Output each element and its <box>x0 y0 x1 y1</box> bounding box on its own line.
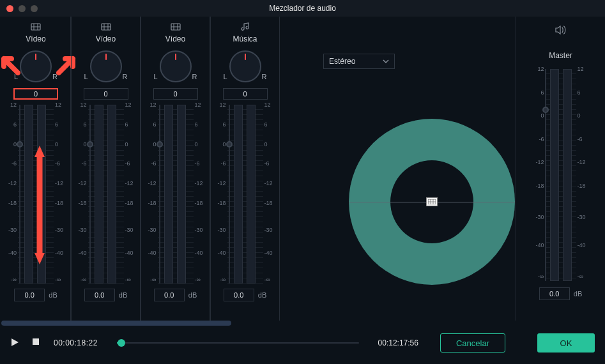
gain-value-field[interactable]: 0.0 <box>154 289 185 301</box>
gain-unit: dB <box>49 291 57 299</box>
fader-area: 1260-6-12-18-30-40-∞1260-6-12-18-30-40-∞ <box>211 105 279 284</box>
video-icon <box>30 20 42 33</box>
channel-meter <box>158 105 194 284</box>
channel-strip: VídeoLR01260-6-12-18-30-40-∞1260-6-12-18… <box>141 17 210 321</box>
fader-scale-left: 1260-6-12-18-30-40-∞ <box>144 105 158 284</box>
fader-scale-right: 1260-6-12-18-30-40-∞ <box>124 105 138 284</box>
channel-strip: MúsicaLR01260-6-12-18-30-40-∞1260-6-12-1… <box>210 17 280 321</box>
master-fader-handle[interactable] <box>542 107 549 113</box>
pan-knob[interactable]: LR <box>227 49 263 84</box>
pan-right-label: R <box>123 73 128 80</box>
surround-position-handle[interactable] <box>426 197 438 206</box>
gain-unit: dB <box>119 291 127 299</box>
window-controls <box>0 5 38 12</box>
master-gain-unit: dB <box>574 290 582 298</box>
music-icon <box>241 20 250 33</box>
gain-unit: dB <box>188 291 197 299</box>
master-channel: Master 1260-6-12-18-30-40-∞ 1260-6-12-18… <box>516 17 605 321</box>
channel-label: Vídeo <box>165 34 185 43</box>
pan-left-label: L <box>84 73 88 80</box>
cancel-button[interactable]: Cancelar <box>440 333 505 353</box>
video-icon <box>170 20 181 33</box>
pan-right-label: R <box>262 73 267 80</box>
channel-label: Vídeo <box>26 34 45 43</box>
svg-rect-17 <box>33 338 39 345</box>
surround-panel: Estéreo <box>281 17 516 321</box>
pan-left-label: L <box>224 73 227 80</box>
close-window-button[interactable] <box>6 5 13 12</box>
master-scale-right: 1260-6-12-18-30-40-∞ <box>576 69 590 281</box>
pan-value-field[interactable]: 0 <box>153 88 198 100</box>
channel-strip-container: VídeoLR01260-6-12-18-30-40-∞1260-6-12-18… <box>0 17 281 321</box>
speaker-icon <box>555 26 567 38</box>
pan-left-label: L <box>14 73 18 80</box>
master-gain-value[interactable]: 0.0 <box>539 287 570 300</box>
ok-button[interactable]: OK <box>537 333 595 353</box>
timeline-playhead[interactable] <box>118 339 125 347</box>
window-title: Mezclador de audio <box>269 4 336 13</box>
zoom-window-button[interactable] <box>31 5 38 12</box>
fader-scale-right: 1260-6-12-18-30-40-∞ <box>263 105 277 284</box>
titlebar: Mezclador de audio <box>0 0 605 17</box>
channel-scrollbar[interactable] <box>1 321 604 326</box>
master-scale: 1260-6-12-18-30-40-∞ <box>532 69 546 281</box>
pan-value-field[interactable]: 0 <box>13 88 58 100</box>
master-meter <box>546 69 576 281</box>
channel-strip: VídeoLR01260-6-12-18-30-40-∞1260-6-12-18… <box>71 17 141 321</box>
output-mode-value: Estéreo <box>329 57 355 66</box>
gain-value-field[interactable]: 0.0 <box>224 289 254 301</box>
gain-unit: dB <box>258 291 266 299</box>
scrollbar-thumb[interactable] <box>1 321 231 326</box>
stop-button[interactable] <box>32 338 42 348</box>
video-icon <box>100 20 112 33</box>
fader-handle[interactable] <box>226 141 233 148</box>
pan-left-label: L <box>154 73 158 80</box>
fader-area: 1260-6-12-18-30-40-∞1260-6-12-18-30-40-∞ <box>1 105 70 284</box>
channel-meter <box>88 105 124 284</box>
fader-scale-right: 1260-6-12-18-30-40-∞ <box>194 105 208 284</box>
pan-value-field[interactable]: 0 <box>84 88 128 100</box>
pan-knob[interactable]: LR <box>18 49 54 84</box>
fader-scale-left: 1260-6-12-18-30-40-∞ <box>74 105 88 284</box>
gain-value-field[interactable]: 0.0 <box>14 289 45 301</box>
timeline-slider[interactable] <box>117 342 359 344</box>
main-panel: VídeoLR01260-6-12-18-30-40-∞1260-6-12-18… <box>0 17 605 321</box>
chevron-down-icon <box>383 58 389 64</box>
channel-label: Vídeo <box>96 34 116 43</box>
surround-field[interactable] <box>349 119 515 285</box>
pan-value-field[interactable]: 0 <box>223 88 268 100</box>
fader-handle[interactable] <box>157 141 163 148</box>
transport-bar: 00:00:18:22 00:12:17:56 Cancelar OK <box>0 326 605 364</box>
fader-handle[interactable] <box>87 141 93 148</box>
fader-scale-right: 1260-6-12-18-30-40-∞ <box>54 105 68 284</box>
channel-strip: VídeoLR01260-6-12-18-30-40-∞1260-6-12-18… <box>1 17 71 321</box>
pan-right-label: R <box>52 73 57 80</box>
total-time: 00:12:17:56 <box>378 338 418 347</box>
minimize-window-button[interactable] <box>19 5 26 12</box>
fader-scale-left: 1260-6-12-18-30-40-∞ <box>4 105 18 284</box>
pan-right-label: R <box>192 73 197 80</box>
fader-area: 1260-6-12-18-30-40-∞1260-6-12-18-30-40-∞ <box>141 105 210 284</box>
pan-knob[interactable]: LR <box>158 49 194 84</box>
channel-label: Música <box>233 34 257 43</box>
pan-knob[interactable]: LR <box>88 49 124 84</box>
master-fader: 1260-6-12-18-30-40-∞ 1260-6-12-18-30-40-… <box>532 69 590 281</box>
current-time: 00:00:18:22 <box>54 338 98 347</box>
gain-value-field[interactable]: 0.0 <box>84 289 115 301</box>
output-mode-select[interactable]: Estéreo <box>323 54 395 69</box>
fader-scale-left: 1260-6-12-18-30-40-∞ <box>213 105 227 284</box>
master-label: Master <box>549 51 572 60</box>
channel-meter <box>18 105 54 284</box>
fader-handle[interactable] <box>17 141 23 148</box>
channel-meter <box>227 105 263 284</box>
fader-area: 1260-6-12-18-30-40-∞1260-6-12-18-30-40-∞ <box>72 105 140 284</box>
play-button[interactable] <box>10 338 20 348</box>
